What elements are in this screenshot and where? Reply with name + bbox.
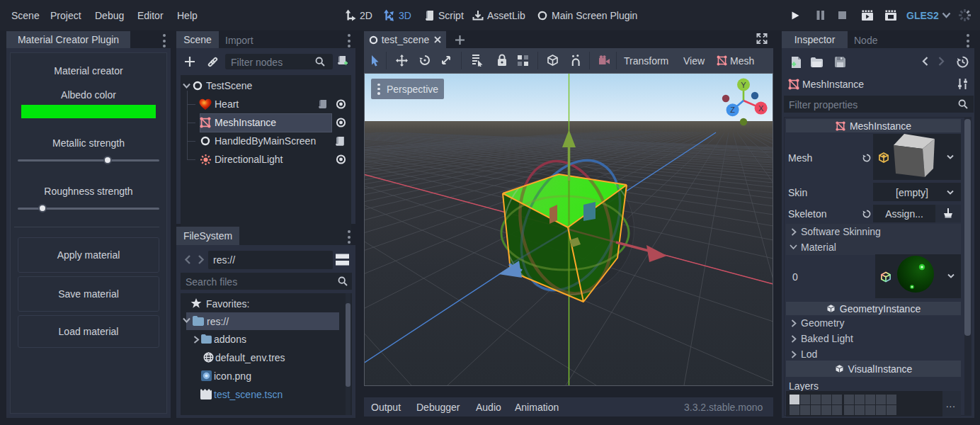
svg-text:Y: Y: [741, 81, 746, 89]
svg-text:Z: Z: [730, 106, 735, 114]
svg-text:X: X: [758, 104, 764, 113]
